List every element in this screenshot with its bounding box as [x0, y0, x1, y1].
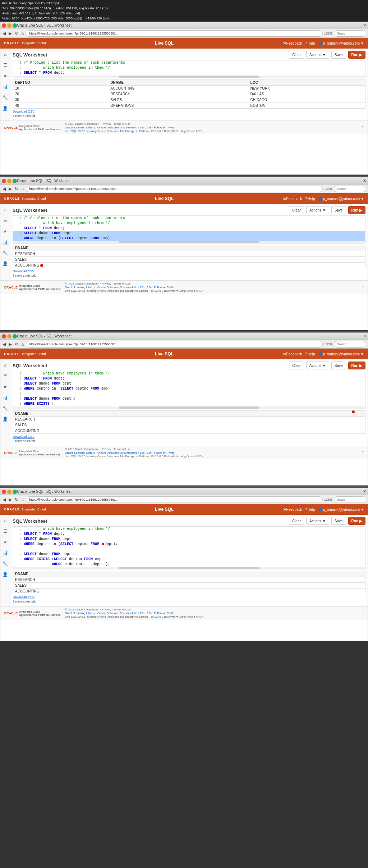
run-btn-3[interactable]: Run ▶: [348, 362, 365, 369]
sidebar-home-icon-3[interactable]: ⌂: [2, 362, 9, 369]
home-btn-4[interactable]: ⌂: [20, 497, 24, 502]
clear-btn-4[interactable]: Clear: [289, 517, 304, 525]
back-btn-2[interactable]: ◀: [2, 186, 6, 191]
sidebar-list-icon-3[interactable]: ☰: [2, 372, 9, 380]
home-btn-2[interactable]: ⌂: [20, 186, 24, 191]
help-link-1[interactable]: ? Help: [305, 41, 315, 45]
close-btn-3[interactable]: [2, 334, 6, 338]
min-btn-2[interactable]: [7, 179, 12, 183]
reload-btn-3[interactable]: ↻: [14, 342, 19, 347]
user-link-2[interactable]: 👤 p_munshi@yahoo.com ▼: [318, 197, 364, 201]
run-btn-2[interactable]: Run ▶: [348, 206, 365, 214]
sidebar-list-icon-1[interactable]: ☰: [2, 62, 9, 69]
reload-btn-1[interactable]: ↻: [14, 31, 19, 36]
home-btn-3[interactable]: ⌂: [20, 342, 24, 347]
close-btn-4[interactable]: [2, 490, 6, 494]
address-bar-4[interactable]: [26, 496, 323, 503]
close-btn-2[interactable]: [2, 179, 6, 183]
sidebar-tool-icon-1[interactable]: 🔧: [2, 94, 9, 101]
forward-btn-1[interactable]: ▶: [8, 31, 13, 36]
help-link-2[interactable]: ? Help: [305, 197, 315, 201]
sidebar-list-icon-4[interactable]: ☰: [2, 528, 9, 535]
forward-btn-4[interactable]: ▶: [8, 497, 13, 502]
run-btn-1[interactable]: Run ▶: [348, 51, 365, 59]
user-link-1[interactable]: 👤 p_munshi@yahoo.com ▼: [318, 41, 364, 45]
sidebar-chart-icon-4[interactable]: 📊: [2, 549, 9, 556]
sidebar-tool-icon-4[interactable]: 🔧: [2, 560, 9, 567]
feedback-link-3[interactable]: ✉ Feedback: [283, 352, 302, 356]
sidebar-user-icon-3[interactable]: 👤: [2, 415, 9, 423]
sidebar-chart-icon-3[interactable]: 📊: [2, 394, 9, 401]
sidebar-tool-icon-2[interactable]: 🔧: [2, 249, 9, 256]
clear-btn-2[interactable]: Clear: [289, 206, 304, 214]
actions-btn-2[interactable]: Actions ▼: [306, 206, 329, 214]
max-btn-4[interactable]: [13, 490, 17, 494]
address-bar-1[interactable]: [26, 30, 323, 37]
code-editor-1[interactable]: 1 /* Problem : List the names of such de…: [13, 60, 365, 78]
actions-btn-3[interactable]: Actions ▼: [306, 362, 329, 369]
footer-collapse-1[interactable]: ⌃: [361, 126, 364, 129]
download-csv-1[interactable]: Download CSV: [13, 110, 365, 113]
reload-btn-4[interactable]: ↻: [14, 497, 19, 502]
save-btn-3[interactable]: Save: [331, 362, 346, 369]
sidebar-tool-icon-3[interactable]: 🔧: [2, 405, 9, 412]
sidebar-star-icon-1[interactable]: ★: [2, 72, 9, 79]
close-tab-4[interactable]: ✕: [363, 489, 366, 494]
sidebar-user-icon-1[interactable]: 👤: [2, 105, 9, 112]
sidebar-chart-icon-2[interactable]: 📊: [2, 238, 9, 246]
forward-btn-3[interactable]: ▶: [8, 342, 13, 347]
download-csv-2[interactable]: Download CSV: [13, 269, 365, 273]
back-btn-1[interactable]: ◀: [2, 31, 6, 36]
close-tab-3[interactable]: ✕: [363, 334, 366, 338]
back-btn-3[interactable]: ◀: [2, 342, 6, 347]
actions-btn-1[interactable]: Actions ▼: [306, 51, 329, 59]
sidebar-home-icon-2[interactable]: ⌂: [2, 206, 9, 213]
footer-collapse-4[interactable]: ⌃: [361, 611, 364, 615]
max-btn-1[interactable]: [13, 23, 17, 28]
feedback-link-4[interactable]: ✉ Feedback: [283, 508, 302, 512]
close-tab-2[interactable]: ✕: [363, 178, 366, 183]
sidebar-chart-icon-1[interactable]: 📊: [2, 83, 9, 90]
sidebar-user-icon-4[interactable]: 👤: [2, 571, 9, 578]
search-input-2[interactable]: [334, 186, 366, 192]
sidebar-list-icon-2[interactable]: ☰: [2, 217, 9, 224]
sidebar-star-icon-4[interactable]: ★: [2, 538, 9, 546]
min-btn-4[interactable]: [7, 490, 12, 494]
help-link-4[interactable]: ? Help: [305, 508, 315, 512]
footer-collapse-2[interactable]: ⌃: [361, 285, 364, 289]
search-input-1[interactable]: [334, 30, 366, 37]
reload-btn-2[interactable]: ↻: [14, 186, 19, 191]
address-bar-3[interactable]: [26, 341, 323, 347]
code-editor-4[interactable]: 2 which have employees in them */ 3 SELE…: [13, 526, 365, 569]
save-btn-4[interactable]: Save: [331, 517, 346, 525]
sidebar-home-icon-4[interactable]: ⌂: [2, 517, 9, 524]
feedback-link-2[interactable]: ✉ Feedback: [283, 197, 302, 201]
sidebar-star-icon-3[interactable]: ★: [2, 383, 9, 390]
run-btn-4[interactable]: Run ▶: [348, 517, 365, 525]
max-btn-2[interactable]: [13, 179, 17, 183]
address-bar-2[interactable]: [26, 186, 323, 192]
save-btn-2[interactable]: Save: [331, 206, 346, 214]
clear-btn-3[interactable]: Clear: [289, 362, 304, 369]
close-tab-1[interactable]: ✕: [363, 23, 366, 28]
code-scrollbar-3[interactable]: [13, 406, 365, 409]
save-btn-1[interactable]: Save: [331, 51, 346, 59]
search-input-4[interactable]: [334, 496, 366, 503]
user-link-3[interactable]: 👤 p_munshi@yahoo.com ▼: [318, 352, 364, 356]
home-btn-1[interactable]: ⌂: [20, 31, 24, 36]
code-scrollbar-4[interactable]: [13, 567, 365, 569]
download-csv-4[interactable]: Download CSV: [13, 595, 365, 599]
clear-btn-1[interactable]: Clear: [289, 51, 304, 59]
actions-btn-4[interactable]: Actions ▼: [306, 517, 329, 525]
download-csv-3[interactable]: Download CSV: [13, 435, 365, 438]
code-editor-2[interactable]: 1 /* Problem : List the names of such de…: [13, 215, 365, 244]
search-input-3[interactable]: [334, 341, 366, 347]
code-scrollbar-2[interactable]: [13, 241, 365, 243]
footer-collapse-3[interactable]: ⌃: [361, 451, 364, 455]
close-btn-1[interactable]: [2, 23, 6, 28]
min-btn-1[interactable]: [7, 23, 12, 28]
user-link-4[interactable]: 👤 p_munshi@yahoo.com ▼: [318, 508, 364, 512]
code-editor-3[interactable]: 2 which have employees in them */ 3 SELE…: [13, 371, 365, 409]
code-scrollbar-1[interactable]: [13, 76, 365, 78]
forward-btn-2[interactable]: ▶: [8, 186, 13, 191]
